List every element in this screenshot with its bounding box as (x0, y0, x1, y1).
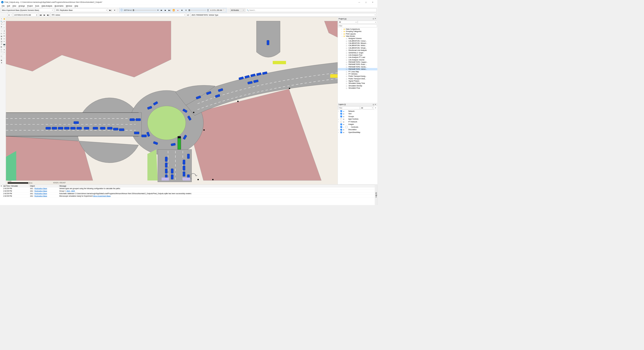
datetime-field[interactable]: 2/27/2014 8:15:51 AM ▲▼ (13, 13, 38, 17)
layer-visible-checkbox[interactable] (340, 118, 342, 120)
layer-row[interactable]: ◆Images (338, 123, 378, 126)
menu-project[interactable]: Project (26, 5, 34, 7)
log-header[interactable]: eal Time / Simulate (3, 185, 29, 187)
tree-item[interactable]: ◫Simulated Flow (338, 87, 378, 89)
layer-visible-checkbox[interactable] (340, 113, 342, 115)
menu-view[interactable]: View (11, 5, 18, 7)
skip-back-button[interactable]: |◀ (39, 13, 42, 16)
tree-item[interactable]: ◫Simulated Density (338, 85, 378, 87)
layer-visible-checkbox[interactable] (340, 121, 342, 123)
log-close-button[interactable]: ✕ (0, 185, 2, 205)
skip-fwd-button[interactable]: ▶| (47, 13, 50, 16)
layer-row[interactable]: ›◆Network (338, 110, 378, 113)
curve-tool[interactable]: ∿ (3, 51, 5, 53)
layer-row[interactable]: ◆Centroids (338, 126, 378, 128)
tree-item[interactable]: ◫CALIBRATION: Missed... (338, 42, 378, 44)
status-combo[interactable]: RPL Active▾ (50, 13, 186, 17)
experiment-combo[interactable]: Micro Experiment Base (Dynamic Scenario … (1, 8, 54, 12)
layer-visible-checkbox[interactable] (340, 110, 342, 112)
layers-filter-input[interactable] (338, 107, 360, 110)
layer-visible-checkbox[interactable] (340, 126, 342, 128)
tree-item[interactable]: ◫Directional Link Analysis (338, 49, 378, 51)
layer-visible-checkbox[interactable] (340, 123, 342, 125)
layers-float-icon[interactable]: ◱ (372, 103, 374, 105)
tree-item[interactable]: ◫PARAMETERS: Sectio... (338, 66, 378, 68)
crop-tool[interactable]: ▣ (0, 59, 3, 61)
play-button[interactable]: ▶ (164, 9, 167, 12)
layer-row[interactable]: ›◆PT Network (338, 120, 378, 123)
pen-tool[interactable]: ✎ (0, 23, 3, 25)
mode-combo[interactable]: A▾ (7, 13, 13, 17)
pointer-tool[interactable]: ↖ (0, 18, 3, 20)
vms-tool[interactable]: ▭ (3, 38, 5, 40)
blank2-tool[interactable] (3, 59, 5, 61)
signal-tool[interactable]: ▮ (0, 38, 3, 40)
tree-item[interactable]: ›📁Print Layouts (338, 33, 378, 35)
menu-bookmarks[interactable]: Bookmarks (54, 5, 65, 7)
project-tree[interactable]: ›📁Data Comparisons›📁Grouping Categories›… (338, 28, 378, 103)
meter-tool[interactable]: 50 (3, 35, 5, 37)
blank-tool[interactable] (3, 55, 5, 57)
centroid-tool[interactable]: ◎ (0, 32, 3, 34)
tree-item[interactable]: ◫PARAMETERS: Road ... (338, 63, 378, 65)
text-tool[interactable]: T (3, 46, 5, 48)
layer-row[interactable]: ›◆layer frontera (338, 118, 378, 121)
tree-item[interactable]: ◫PT Vehicles (338, 73, 378, 75)
project-filter-extra[interactable]: ▾ (358, 21, 377, 24)
tree-item[interactable]: ◫CALIBRATION: Virtual... (338, 47, 378, 49)
view-mode-icon[interactable]: ◧ (187, 13, 190, 16)
minimize-button[interactable]: — (356, 0, 363, 5)
layer-visible-checkbox[interactable] (340, 129, 342, 131)
log-link[interactable]: 2825 (71, 190, 75, 192)
tree-item[interactable]: ◫Simulated Delay Time (338, 82, 378, 84)
project-filter-type[interactable]: All▾ (338, 21, 357, 24)
tree-item[interactable]: ◫CALIBRATION: Vehicl... (338, 44, 378, 47)
hourglass-tool[interactable]: ⧗ (0, 61, 3, 64)
log-object-link[interactable]: Replication Base (34, 188, 47, 189)
copyright-tool[interactable]: © (0, 43, 3, 45)
log-object-link[interactable]: Replication Base (34, 193, 47, 194)
rows-tool[interactable]: ≡ (3, 40, 5, 43)
log-object-link[interactable]: Replication Base (34, 190, 47, 192)
log-row[interactable]: 2:42:09 PMRPL Replication BaseAutomatic … (3, 192, 375, 195)
circle-tool[interactable]: ● (3, 48, 5, 51)
tree-item[interactable]: ◫Link Analysis Volume (338, 59, 378, 61)
layer-row[interactable]: ›◆OpenStreetMap (338, 131, 378, 134)
log-object-link[interactable]: Replication Base (34, 195, 47, 197)
line-tool[interactable]: ／ (3, 23, 5, 25)
log-header[interactable]: Message (58, 185, 375, 187)
speed-slider[interactable] (189, 10, 206, 10)
view-mode-combo[interactable]: 2815: PARAMETERS: Vehicle Type▾ (190, 13, 377, 17)
layer-row[interactable]: ◆Text (338, 113, 378, 115)
arc-tool[interactable]: ◡ (3, 26, 5, 28)
menu-window[interactable]: Window (65, 5, 73, 7)
log-link[interactable]: Micro Experiment Base (93, 195, 111, 197)
layers-close-icon[interactable]: ✕ (374, 103, 376, 105)
clear-time-icon[interactable]: ⓧ (223, 9, 225, 11)
search-input[interactable]: 🔍 Search... (246, 8, 376, 12)
node-tool[interactable]: ○ (0, 30, 3, 32)
camera-tool[interactable]: 📷 (3, 43, 5, 45)
polyline-tool[interactable]: 〰 (0, 51, 3, 53)
rotate-tool[interactable]: ⟳ (3, 20, 5, 23)
layer-row[interactable]: ◆Groups (338, 115, 378, 118)
tree-item[interactable]: ◫PARAMETERS: Capaci... (338, 61, 378, 63)
tree-item[interactable]: ◫Public Transport Strat... (338, 78, 378, 80)
layer-visible-checkbox[interactable] (340, 116, 342, 117)
pentagon2-tool[interactable]: ⬠ (0, 55, 3, 57)
map-canvas[interactable]: 1:640 20 m 426329, 4581407 (6, 17, 338, 185)
tree-item[interactable]: ◫GENERALS: Graph (338, 52, 378, 54)
log-row[interactable]: 2:42:09 PMRPL Replication BaseGroup 1: 2… (3, 190, 375, 192)
tree-item[interactable]: ◫Link Analysis Flow (338, 54, 378, 56)
tree-item[interactable]: ◫Public Transport Assig... (338, 75, 378, 77)
log-tab[interactable]: Log (o) (375, 185, 378, 205)
sim-clock[interactable]: 8:15:51.200 AM ⓧ (209, 9, 226, 12)
step-button[interactable]: ▶| (168, 9, 171, 12)
panel-float-icon[interactable]: ◱ (372, 18, 374, 20)
menu-edit[interactable]: Edit (6, 5, 11, 7)
tree-item[interactable]: ◫Assigned Volume (338, 37, 378, 40)
log-row[interactable]: 2:42:09 PMRPL Replication BaseVehicle ty… (3, 187, 375, 190)
tree-item[interactable]: ◫Link Analysis PT Load (338, 56, 378, 58)
loop-icon[interactable]: ∞ (157, 9, 159, 12)
rewind-button[interactable]: ⏮ (160, 9, 163, 12)
